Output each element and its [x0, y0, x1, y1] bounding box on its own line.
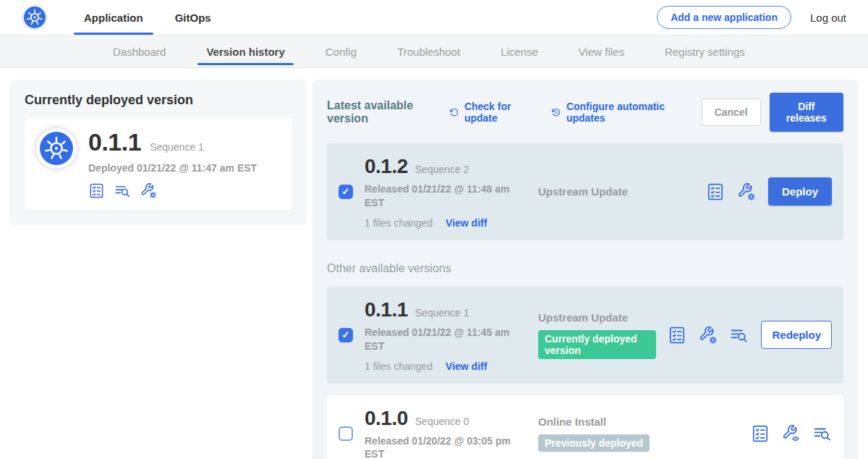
released-timestamp: Released 01/21/22 @ 11:48 am EST	[365, 182, 518, 210]
version-number: 0.1.1	[365, 298, 408, 321]
version-number: 0.1.2	[365, 155, 408, 178]
kubernetes-icon	[24, 7, 46, 28]
edit-config-icon[interactable]	[737, 182, 756, 201]
diff-releases-button[interactable]: Diff releases	[770, 93, 843, 132]
view-diff-link[interactable]: View diff	[446, 217, 487, 229]
sequence-label: Sequence 2	[415, 164, 469, 175]
currently-deployed-badge: Currently deployed version	[538, 330, 656, 359]
tab-version-history[interactable]: Version history	[186, 35, 305, 67]
deployed-version-card: 0.1.1 Sequence 1 Deployed 01/21/22 @ 11:…	[25, 118, 292, 211]
release-notes-icon[interactable]	[668, 326, 686, 345]
tab-view-files-label: View files	[579, 46, 624, 58]
view-files-icon[interactable]	[813, 424, 832, 443]
check-for-update-button[interactable]: Check for update	[449, 101, 534, 124]
tab-view-files[interactable]: View files	[558, 35, 644, 67]
version-source-label: Upstream Update	[538, 185, 694, 198]
deployed-timestamp: Deployed 01/21/22 @ 11:47 am EST	[88, 162, 257, 174]
view-files-icon[interactable]	[730, 326, 749, 345]
top-nav-tabs: Application GitOps	[68, 0, 227, 35]
top-nav: Application GitOps Add a new application…	[0, 0, 868, 35]
other-versions-title: Other available versions	[327, 262, 843, 275]
configure-automatic-updates-button[interactable]: Configure automatic updates	[551, 101, 684, 124]
deployed-sequence-label: Sequence 1	[150, 141, 204, 153]
app-icon-circle	[36, 128, 77, 169]
tab-registry-settings[interactable]: Registry settings	[644, 35, 765, 67]
release-notes-icon[interactable]	[88, 182, 105, 199]
add-new-application-button[interactable]: Add a new application	[657, 6, 791, 29]
view-diff-link[interactable]: View diff	[446, 361, 487, 372]
view-files-icon[interactable]	[114, 182, 131, 199]
edit-config-icon[interactable]	[699, 326, 718, 345]
latest-available-title: Latest available version	[327, 99, 438, 125]
version-history-panel: Latest available version Check for updat…	[312, 80, 858, 459]
checkmark-icon: ✓	[342, 329, 350, 340]
sequence-label: Sequence 0	[415, 416, 469, 427]
tab-config-label: Config	[326, 46, 357, 58]
view-config-icon[interactable]	[782, 424, 801, 443]
release-notes-icon[interactable]	[706, 182, 725, 201]
version-checkbox[interactable]	[339, 426, 353, 441]
tab-gitops-label: GitOps	[175, 12, 211, 24]
version-row: ✓ 0.1.1 Sequence 1 Released 01/21/22 @ 1…	[327, 287, 843, 384]
tab-dashboard-label: Dashboard	[113, 46, 166, 58]
version-checkbox[interactable]: ✓	[339, 328, 353, 342]
checkmark-icon: ✓	[342, 186, 350, 197]
edit-config-icon[interactable]	[140, 182, 157, 199]
currently-deployed-card: Currently deployed version 0.1.1 Sequenc…	[10, 80, 307, 225]
tab-troubleshoot[interactable]: Troubleshoot	[377, 35, 480, 67]
version-number: 0.1.0	[365, 407, 408, 430]
kubernetes-icon	[40, 132, 73, 165]
release-notes-icon[interactable]	[751, 424, 770, 443]
released-timestamp: Released 01/20/22 @ 03:05 pm EST	[365, 434, 518, 459]
version-row: ✓ 0.1.2 Sequence 2 Released 01/21/22 @ 1…	[327, 143, 843, 240]
tab-version-history-label: Version history	[206, 46, 284, 58]
refresh-icon	[449, 106, 459, 119]
logout-button[interactable]: Log out	[810, 12, 846, 24]
tab-registry-settings-label: Registry settings	[665, 46, 745, 58]
tab-troubleshoot-label: Troubleshoot	[397, 46, 460, 58]
configure-automatic-updates-label: Configure automatic updates	[566, 101, 684, 124]
tab-gitops[interactable]: GitOps	[159, 0, 227, 35]
redeploy-button[interactable]: Redeploy	[761, 321, 832, 349]
tab-dashboard[interactable]: Dashboard	[93, 35, 186, 67]
previously-deployed-badge: Previously deployed	[538, 434, 650, 452]
version-row: 0.1.0 Sequence 0 Released 01/20/22 @ 03:…	[327, 395, 843, 459]
tab-application[interactable]: Application	[68, 0, 159, 35]
cancel-button[interactable]: Cancel	[702, 98, 761, 126]
released-timestamp: Released 01/21/22 @ 11:45 am EST	[365, 326, 518, 353]
tab-config[interactable]: Config	[305, 35, 377, 67]
sequence-label: Sequence 1	[415, 307, 469, 319]
version-source-label: Upstream Update	[538, 311, 656, 324]
check-for-update-label: Check for update	[464, 101, 534, 124]
currently-deployed-title: Currently deployed version	[25, 93, 292, 108]
tab-license-label: License	[501, 46, 538, 58]
tab-license[interactable]: License	[480, 35, 558, 67]
deployed-version-number: 0.1.1	[88, 128, 141, 156]
app-logo	[22, 4, 48, 30]
version-checkbox[interactable]: ✓	[339, 185, 353, 199]
version-source-label: Online Install	[538, 416, 739, 428]
tab-application-label: Application	[84, 12, 143, 24]
schedule-icon	[551, 106, 561, 119]
app-sub-nav: Dashboard Version history Config Trouble…	[0, 35, 868, 68]
files-changed-label: 1 files changed	[365, 361, 433, 372]
deploy-button[interactable]: Deploy	[768, 177, 832, 206]
files-changed-label: 1 files changed	[365, 217, 433, 229]
